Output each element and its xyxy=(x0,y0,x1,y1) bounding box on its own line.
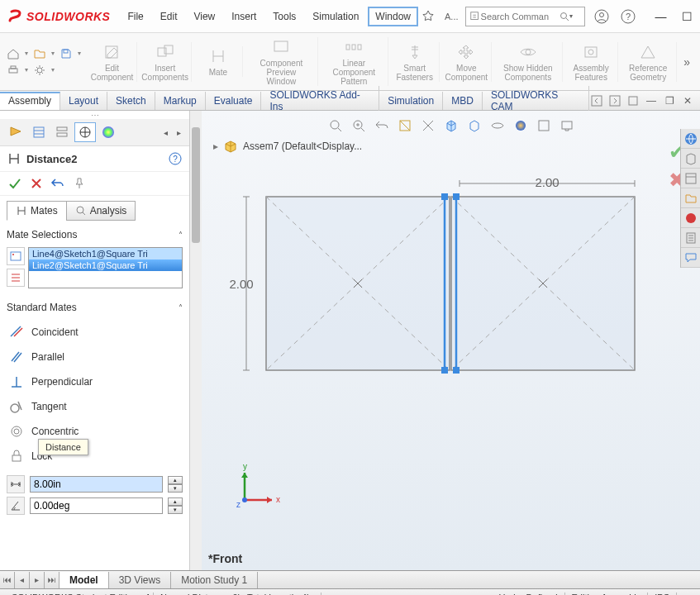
tab-next[interactable]: ▸ xyxy=(173,128,184,137)
viewport-min-icon[interactable]: — xyxy=(644,93,659,108)
minimize-button[interactable]: — xyxy=(653,10,669,23)
standard-mates-header[interactable]: Standard Mates ˄ xyxy=(7,298,183,317)
distance-input[interactable] xyxy=(30,476,163,493)
ribbon-edit-component[interactable]: Edit Component xyxy=(88,42,137,82)
status-units[interactable]: IPS xyxy=(648,593,677,596)
distance-icon[interactable] xyxy=(7,475,25,493)
angle-input[interactable] xyxy=(30,497,163,514)
forum-icon[interactable] xyxy=(681,248,700,268)
previous-view-icon[interactable] xyxy=(372,116,392,136)
tab-assembly[interactable]: Assembly xyxy=(0,92,60,110)
mate-selections-header[interactable]: Mate Selections ˄ xyxy=(7,226,183,244)
edit-appearance-icon[interactable] xyxy=(511,116,531,136)
mate-coincident[interactable]: Coincident xyxy=(7,320,183,345)
open-icon[interactable] xyxy=(31,46,48,61)
view-settings-icon[interactable] xyxy=(557,116,577,136)
undo-icon[interactable] xyxy=(50,175,66,192)
ribbon-component-preview[interactable]: Component Preview Window xyxy=(245,37,318,86)
tab-evaluate[interactable]: Evaluate xyxy=(206,92,262,110)
home-icon[interactable] xyxy=(5,46,21,61)
section-view-icon[interactable] xyxy=(395,116,415,136)
user-icon[interactable] xyxy=(592,7,612,26)
ribbon-insert-components[interactable]: Insert Components xyxy=(139,42,192,82)
sw-resources-icon[interactable] xyxy=(681,129,700,149)
tab-layout[interactable]: Layout xyxy=(60,92,107,110)
command-search[interactable]: ▾ xyxy=(465,7,585,26)
menu-edit[interactable]: Edit xyxy=(153,7,185,26)
sketch-drawing[interactable]: 2.00 2.00 xyxy=(226,177,656,392)
selection-item[interactable]: Line2@Sketch1@Square Tri xyxy=(29,259,182,271)
feature-tree-breadcrumb[interactable]: ▸ Assem7 (Default<Display... xyxy=(213,139,362,154)
property-manager-tab[interactable] xyxy=(28,122,50,142)
display-style-icon[interactable] xyxy=(464,116,484,136)
ribbon-assembly-features[interactable]: Assembly Features xyxy=(564,42,618,82)
dimexpert-tab[interactable] xyxy=(74,122,96,142)
distance-spinner[interactable]: ▴▾ xyxy=(168,476,183,493)
viewport-restore-icon[interactable]: ❐ xyxy=(662,93,677,108)
ribbon-move-component[interactable]: Move Component xyxy=(441,42,492,82)
tab-markup[interactable]: Markup xyxy=(155,92,206,110)
menu-window[interactable]: Window xyxy=(368,7,418,26)
search-input[interactable] xyxy=(481,12,560,21)
bottom-tab-motion[interactable]: Motion Study 1 xyxy=(171,572,258,588)
menu-view[interactable]: View xyxy=(186,7,222,26)
file-explorer-icon[interactable] xyxy=(681,169,700,188)
pushpin-icon[interactable] xyxy=(71,175,88,192)
tab-mbd[interactable]: MBD xyxy=(443,92,483,110)
selection-align-icon[interactable] xyxy=(7,269,25,287)
design-library-icon[interactable] xyxy=(681,149,700,169)
zoom-fit-icon[interactable] xyxy=(326,116,345,136)
panel-collapse-handle[interactable]: ⋯ xyxy=(0,111,189,119)
custom-props-icon[interactable] xyxy=(681,228,700,248)
mate-perpendicular[interactable]: Perpendicular xyxy=(7,369,183,394)
mate-parallel[interactable]: Parallel xyxy=(7,345,183,369)
subtab-analysis[interactable]: Analysis xyxy=(66,201,136,221)
tab-next-icon[interactable]: ▸ xyxy=(30,572,45,588)
appearances-icon[interactable] xyxy=(681,208,700,228)
settings-icon[interactable] xyxy=(31,63,48,78)
tab-first-icon[interactable]: ⏮ xyxy=(0,572,15,588)
feature-manager-tab[interactable] xyxy=(5,122,26,142)
tab-sketch[interactable]: Sketch xyxy=(107,92,155,110)
coordinate-triad[interactable]: y x z xyxy=(226,463,284,512)
tab-last-icon[interactable]: ⏭ xyxy=(45,572,60,588)
home-dropdown[interactable]: ▾ xyxy=(25,50,28,57)
angle-icon[interactable] xyxy=(7,497,25,515)
save-icon[interactable] xyxy=(58,46,74,61)
viewport-prev-icon[interactable] xyxy=(589,93,604,108)
viewport-max-icon[interactable] xyxy=(626,93,640,108)
menu-file[interactable]: File xyxy=(120,7,150,26)
bottom-tab-3dviews[interactable]: 3D Views xyxy=(109,572,171,588)
menu-insert[interactable]: Insert xyxy=(224,7,264,26)
mate-concentric[interactable]: Concentric xyxy=(7,419,183,444)
panel-scrollbar[interactable] xyxy=(190,111,202,570)
maximize-button[interactable]: ☐ xyxy=(679,10,696,23)
settings-dropdown[interactable]: ▾ xyxy=(51,66,55,74)
subtab-mates[interactable]: Mates xyxy=(7,201,66,221)
menu-simulation[interactable]: Simulation xyxy=(305,7,366,26)
angle-spinner[interactable]: ▴▾ xyxy=(168,497,183,514)
tab-simulation[interactable]: Simulation xyxy=(379,92,443,110)
selection-item[interactable]: Line4@Sketch1@Square Tri xyxy=(29,248,182,259)
star-icon[interactable] xyxy=(418,7,438,26)
view-orientation-icon[interactable] xyxy=(441,116,461,136)
panel-help-icon[interactable]: ? xyxy=(168,151,183,166)
mate-tangent[interactable]: Tangent xyxy=(7,394,183,419)
mate-lock[interactable]: Lock Distance xyxy=(7,444,183,469)
ribbon-overflow[interactable]: » xyxy=(679,55,695,69)
ribbon-mate[interactable]: Mate xyxy=(193,46,243,77)
print-dropdown[interactable]: ▾ xyxy=(25,66,28,74)
view-palette-icon[interactable] xyxy=(681,188,700,208)
bottom-tab-model[interactable]: Model xyxy=(60,572,109,588)
help-icon[interactable]: ? xyxy=(618,7,638,26)
dynamic-annot-icon[interactable] xyxy=(418,116,438,136)
graphics-viewport[interactable]: ▸ Assem7 (Default<Display... ✔ ✖ 2.00 xyxy=(202,111,700,570)
save-dropdown[interactable]: ▾ xyxy=(78,50,81,57)
open-dropdown[interactable]: ▾ xyxy=(51,50,55,57)
ribbon-show-hidden[interactable]: Show Hidden Components xyxy=(493,42,563,82)
expand-tree-icon[interactable]: ▸ xyxy=(213,140,218,152)
selection-entities-icon[interactable] xyxy=(7,247,25,265)
status-overflow[interactable]: ▾ xyxy=(677,592,695,595)
appearance-tab[interactable] xyxy=(98,122,119,142)
ok-icon[interactable] xyxy=(7,175,23,192)
